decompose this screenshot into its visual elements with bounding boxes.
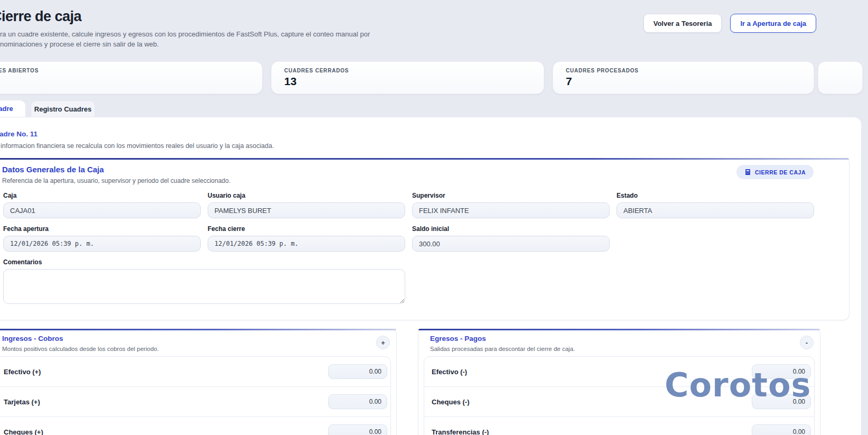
ingresos-title: Ingresos - Cobros: [2, 335, 159, 343]
header-actions: Volver a Tesoreria Ir a Apertura de caja: [643, 14, 816, 33]
cuadre-number-title: Cuadre No. 11: [0, 130, 853, 138]
cheques-minus-amount-input[interactable]: [752, 394, 811, 409]
field-label-caja: Caja: [3, 192, 201, 199]
egresos-subtitle: Salidas procesadas para descontar del ci…: [430, 346, 575, 352]
datos-generales-card: Datos Generales de la Caja Referencia de…: [0, 158, 850, 320]
field-label-supervisor: Supervisor: [412, 192, 610, 199]
list-item: Efectivo (+): [0, 357, 390, 387]
stat-value: 7: [566, 75, 801, 88]
stat-label: CUADRES PROCESADOS: [566, 68, 801, 73]
stat-value: 7: [0, 75, 249, 88]
row-label: Cheques (-): [432, 398, 470, 406]
cuadre-info-text: informacion financiera se recalcula con …: [1, 142, 853, 150]
efectivo-plus-amount-input[interactable]: [328, 364, 387, 379]
field-fecha-cierre: Fecha cierre: [208, 225, 405, 252]
stat-card-cuadres-abiertos: CUADRES ABIERTOS 7: [0, 61, 263, 94]
stat-label: CUADRES ABIERTOS: [0, 68, 249, 73]
egresos-header: Egresos - Pagos Salidas procesadas para …: [424, 330, 815, 352]
datos-generales-form: Caja Usuario caja Supervisor Estado Fech…: [3, 192, 836, 306]
ingresos-subtitle: Montos positivos calculados desde los co…: [2, 346, 159, 352]
stat-card-cuadres-cerrados: CUADRES CERRADOS 13: [271, 61, 544, 94]
row-label: Efectivo (-): [432, 368, 467, 376]
list-item: Efectivo (-): [424, 357, 814, 387]
row-label: Tarjetas (+): [4, 398, 40, 406]
egresos-pagos-card: Egresos - Pagos Salidas procesadas para …: [418, 329, 820, 435]
field-supervisor: Supervisor: [412, 192, 610, 218]
efectivo-minus-amount-input[interactable]: [752, 364, 811, 379]
page: Cierre de caja ra un cuadre existente, c…: [0, 0, 868, 435]
row-label: Cheques (+): [4, 428, 43, 435]
ingresos-cobros-card: Ingresos - Cobros Montos positivos calcu…: [0, 329, 397, 435]
datos-generales-header: Datos Generales de la Caja Referencia de…: [2, 160, 814, 184]
egresos-list: Efectivo (-) Cheques (-) Transferencias …: [424, 356, 815, 435]
stats-row: CUADRES ABIERTOS 7 CUADRES CERRADOS 13 C…: [0, 61, 868, 94]
minus-toggle-icon[interactable]: -: [800, 336, 814, 349]
stat-label: CUADRES CERRADOS: [284, 68, 531, 73]
field-estado: Estado: [617, 192, 814, 218]
stat-card-partial: [818, 61, 863, 94]
field-comentarios: Comentarios: [3, 258, 405, 306]
page-description-line2: nominaciones y procese el cierre sin sal…: [0, 39, 868, 49]
transferencias-minus-amount-input[interactable]: [752, 424, 811, 435]
flows-row: Ingresos - Cobros Montos positivos calcu…: [0, 329, 853, 435]
stat-card-cuadres-procesados: CUADRES PROCESADOS 7: [553, 61, 814, 94]
tab-registro-cuadres[interactable]: Registro Cuadres: [31, 100, 95, 117]
plus-toggle-icon[interactable]: +: [376, 336, 390, 349]
list-item: Cheques (+): [0, 417, 390, 435]
tab-cuadre[interactable]: Cuadre: [0, 100, 25, 117]
go-to-open-register-button[interactable]: Ir a Apertura de caja: [730, 14, 816, 33]
datos-generales-subtitle: Referencia de la apertura, usuario, supe…: [2, 177, 230, 184]
estado-input[interactable]: [617, 202, 814, 218]
comentarios-textarea[interactable]: [3, 269, 405, 304]
calculator-icon: [744, 169, 751, 175]
field-caja: Caja: [3, 192, 201, 218]
list-item: Tarjetas (+): [0, 387, 390, 417]
cierre-de-caja-label: CIERRE DE CAJA: [755, 169, 806, 175]
stat-value: 13: [284, 75, 531, 88]
tarjetas-plus-amount-input[interactable]: [328, 394, 387, 409]
usuario-caja-input[interactable]: [208, 202, 405, 218]
field-usuario-caja: Usuario caja: [208, 192, 405, 218]
row-label: Efectivo (+): [4, 368, 41, 376]
field-label-usuario-caja: Usuario caja: [208, 192, 405, 199]
egresos-title: Egresos - Pagos: [430, 335, 575, 343]
main-panel: Cuadre No. 11 informacion financiera se …: [0, 117, 862, 435]
field-label-estado: Estado: [617, 192, 814, 199]
field-label-saldo-inicial: Saldo inicial: [412, 225, 610, 233]
saldo-inicial-input[interactable]: [412, 236, 610, 252]
ingresos-header: Ingresos - Cobros Montos positivos calcu…: [0, 330, 391, 352]
field-label-fecha-apertura: Fecha apertura: [3, 225, 201, 233]
tabs: Cuadre Registro Cuadres: [0, 100, 868, 117]
field-label-fecha-cierre: Fecha cierre: [208, 225, 405, 233]
fecha-cierre-input[interactable]: [208, 236, 405, 252]
fecha-apertura-input[interactable]: [3, 236, 201, 252]
list-item: Transferencias (-): [424, 417, 814, 435]
field-label-comentarios: Comentarios: [3, 258, 405, 266]
supervisor-input[interactable]: [412, 202, 610, 218]
tab-label: Registro Cuadres: [34, 105, 91, 113]
cierre-de-caja-button[interactable]: CIERRE DE CAJA: [736, 165, 814, 179]
caja-input[interactable]: [3, 202, 201, 218]
back-to-treasury-button[interactable]: Volver a Tesoreria: [643, 14, 722, 33]
list-item: Cheques (-): [424, 387, 814, 417]
row-label: Transferencias (-): [432, 428, 489, 435]
field-spacer: [617, 225, 814, 252]
field-fecha-apertura: Fecha apertura: [3, 225, 201, 252]
tab-label: Cuadre: [0, 105, 13, 113]
datos-generales-title: Datos Generales de la Caja: [2, 165, 230, 174]
cheques-plus-amount-input[interactable]: [328, 424, 387, 435]
field-saldo-inicial: Saldo inicial: [412, 225, 610, 252]
ingresos-list: Efectivo (+) Tarjetas (+) Cheques (+): [0, 356, 391, 435]
page-header: Cierre de caja ra un cuadre existente, c…: [0, 0, 868, 49]
